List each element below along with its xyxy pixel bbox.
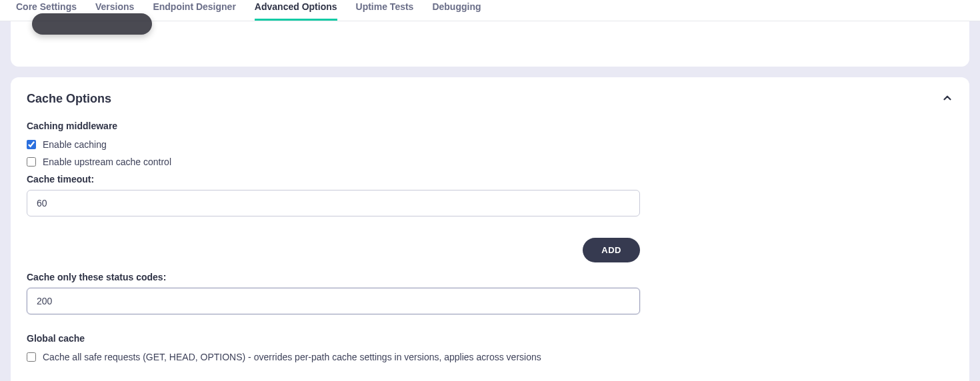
previous-panel-bottom bbox=[11, 21, 969, 67]
enable-caching-checkbox[interactable] bbox=[27, 140, 36, 149]
page-body: Cache Options Caching middleware Enable … bbox=[0, 21, 980, 381]
enable-upstream-row[interactable]: Enable upstream cache control bbox=[27, 157, 640, 167]
global-cache-heading: Global cache bbox=[27, 333, 640, 344]
status-codes-label: Cache only these status codes: bbox=[27, 272, 640, 282]
status-codes-input[interactable] bbox=[27, 288, 640, 314]
previous-panel-button-shadow bbox=[32, 13, 152, 35]
add-button[interactable]: ADD bbox=[583, 238, 640, 262]
enable-caching-label: Enable caching bbox=[43, 139, 107, 150]
chevron-up-icon[interactable] bbox=[941, 92, 953, 106]
enable-caching-row[interactable]: Enable caching bbox=[27, 139, 640, 150]
cache-timeout-label: Cache timeout: bbox=[27, 174, 640, 185]
caching-middleware-heading: Caching middleware bbox=[27, 121, 640, 131]
global-safe-requests-label: Cache all safe requests (GET, HEAD, OPTI… bbox=[43, 352, 541, 362]
tab-advanced-options[interactable]: Advanced Options bbox=[255, 0, 337, 21]
global-safe-requests-row[interactable]: Cache all safe requests (GET, HEAD, OPTI… bbox=[27, 352, 640, 362]
global-safe-requests-checkbox[interactable] bbox=[27, 352, 36, 362]
panel-title: Cache Options bbox=[27, 92, 111, 106]
add-button-row: ADD bbox=[27, 238, 640, 262]
enable-upstream-checkbox[interactable] bbox=[27, 157, 36, 167]
cache-timeout-input[interactable] bbox=[27, 190, 640, 216]
form-column: Caching middleware Enable caching Enable… bbox=[27, 121, 640, 362]
tab-endpoint-designer[interactable]: Endpoint Designer bbox=[153, 0, 235, 21]
panel-header: Cache Options bbox=[27, 92, 953, 106]
cache-options-panel: Cache Options Caching middleware Enable … bbox=[11, 77, 969, 381]
enable-upstream-label: Enable upstream cache control bbox=[43, 157, 171, 167]
tab-uptime-tests[interactable]: Uptime Tests bbox=[356, 0, 414, 21]
tab-debugging[interactable]: Debugging bbox=[432, 0, 481, 21]
